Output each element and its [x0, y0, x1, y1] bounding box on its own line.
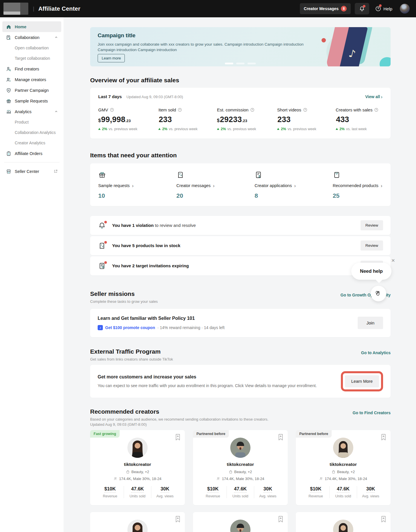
bookmark-add-icon[interactable]: [175, 434, 181, 441]
close-icon[interactable]: ×: [390, 257, 397, 264]
sidebar: Home Collaboration Open collaboartion Ta…: [0, 17, 64, 532]
creator-card[interactable]: [296, 512, 391, 532]
person-icon: [216, 477, 220, 481]
sidebar-item-open-collaboration[interactable]: Open collaboartion: [2, 43, 61, 53]
promote-coupon-link[interactable]: Get $100 promote coupon: [105, 325, 155, 330]
missions-header: Seller missions Complete these tasks to …: [90, 290, 391, 304]
creator-stats: $10KRevenue 47.6KUnits sold 30KAvg. view…: [96, 486, 179, 498]
stat-revenue: $10K: [310, 486, 321, 493]
invitation-alert-icon: [98, 262, 106, 270]
alert-dot: [104, 241, 107, 244]
creator-category: Beauty, +2: [199, 470, 281, 474]
sidebar-item-partner-campaign[interactable]: Partner Campaign: [2, 85, 61, 96]
creator-card[interactable]: [90, 512, 185, 532]
sidebar-item-home[interactable]: Home: [2, 21, 61, 32]
recommended-heading: Recommended creators: [90, 408, 268, 415]
find-creators-link[interactable]: Go to Find Creators: [353, 410, 391, 415]
carousel-dot-1[interactable]: [225, 63, 233, 64]
question-tooltip-icon[interactable]: [110, 108, 114, 112]
bookmark-add-icon[interactable]: [380, 516, 387, 523]
join-button[interactable]: Join: [358, 317, 383, 329]
creator-applications-count: 8: [255, 192, 333, 199]
creator-applications-link[interactable]: Creator applications›: [255, 183, 333, 188]
sidebar-item-analytics[interactable]: Analytics: [2, 106, 61, 117]
collaboration-icon: [6, 35, 11, 40]
bookmark-add-icon[interactable]: [380, 434, 387, 441]
low-stock-alert-row: You have 5 products low in stock Review: [90, 236, 391, 255]
banner-carousel: [225, 63, 256, 64]
bag-icon: [126, 470, 130, 474]
missions-heading: Seller missions: [90, 290, 158, 297]
learn-more-button[interactable]: Learn more: [98, 54, 125, 62]
campaign-banner[interactable]: ♪ Campaign title Join xxxx campaign and …: [90, 27, 391, 66]
sidebar-item-target-collaboration[interactable]: Target collaboration: [2, 53, 61, 64]
help-button[interactable]: Help: [373, 4, 394, 14]
sidebar-item-affiliate-orders[interactable]: Affiliate Orders: [2, 148, 61, 159]
review-button[interactable]: Review: [361, 220, 383, 230]
sidebar-item-sample-requests[interactable]: Sample Requests: [2, 96, 61, 106]
application-icon: [255, 171, 333, 179]
sidebar-item-label: Home: [15, 25, 26, 29]
find-creators-icon: [6, 66, 11, 72]
stat-revenue: $10K: [104, 486, 116, 493]
recommended-products-link[interactable]: Recommended products›: [333, 183, 382, 188]
sidebar-item-collaboration-analytics[interactable]: Collaboration Analytics: [2, 127, 61, 138]
question-tooltip-icon[interactable]: [250, 108, 255, 112]
violation-alert-row: You have 1 violation to review and resol…: [90, 216, 391, 235]
view-all-link[interactable]: View all›: [365, 94, 382, 99]
creator-name: tiktokcreator: [199, 462, 281, 467]
person-icon: [114, 477, 117, 481]
sample-requests-count: 10: [98, 192, 177, 199]
alerts-list: You have 1 violation to review and resol…: [90, 216, 391, 275]
creator-messages-link[interactable]: Creator messages›: [177, 183, 255, 188]
creator-card[interactable]: Fast growing tiktokcreator Beauty, +2 17…: [90, 430, 185, 505]
creator-name: tiktokcreator: [96, 462, 179, 467]
sidebar-item-seller-center[interactable]: Seller Center: [2, 166, 61, 177]
fast-growing-badge: Fast growing: [90, 430, 120, 438]
help-assistant-button[interactable]: [371, 286, 386, 301]
sidebar-item-find-creators[interactable]: Find creators: [2, 64, 61, 74]
sidebar-item-manage-creators[interactable]: Manage creators: [2, 74, 61, 85]
question-tooltip-icon[interactable]: [374, 108, 378, 112]
need-help-bubble[interactable]: Need help ×: [351, 263, 391, 280]
creator-category: Beauty, +2: [96, 470, 179, 474]
carousel-dot-3[interactable]: [248, 63, 256, 64]
creator-avatar: [230, 520, 250, 532]
stock-alert-icon: [98, 242, 106, 249]
partnered-before-badge: Partnered before: [296, 430, 332, 438]
sidebar-item-collaboration[interactable]: Collaboration: [2, 32, 61, 43]
gift-icon: [6, 98, 11, 104]
home-icon: [6, 24, 11, 29]
need-help-widget: Need help ×: [351, 263, 391, 280]
banner-art-dot: [322, 38, 326, 42]
affiliate-center-page: | Affiliate Center Creator Messages 8 He…: [0, 0, 416, 532]
carousel-dot-2[interactable]: [236, 63, 245, 64]
creator-audience: 174.4K, Male 30%, 18-24: [199, 477, 281, 481]
user-avatar[interactable]: [400, 4, 410, 14]
coupon-coin-icon: ♪: [98, 325, 103, 330]
up-arrow-icon: [277, 128, 279, 130]
learn-more-button[interactable]: Learn More: [345, 375, 379, 387]
creator-name: tiktokcreator: [302, 462, 384, 467]
creator-messages-button[interactable]: Creator Messages 8: [300, 3, 351, 14]
creator-card[interactable]: Partnered before tiktokcreator Beauty, +…: [193, 430, 288, 505]
recommended-updated: Updated Aug 9, 09:03 (GMT-8:00): [90, 422, 268, 427]
question-tooltip-icon[interactable]: [303, 108, 307, 112]
go-to-analytics-link[interactable]: Go to Analytics: [361, 350, 391, 355]
bookmark-add-icon[interactable]: [278, 434, 284, 441]
sample-requests-link[interactable]: Sample requests›: [98, 183, 177, 188]
mission-meta: ♪ Get $100 promote coupon · 14% reward r…: [98, 325, 224, 330]
mission-reward-meta: · 14% reward remaining · 14 days left: [157, 325, 225, 330]
creator-card[interactable]: Partnered before tiktokcreator Beauty, +…: [296, 430, 391, 505]
sidebar-item-creator-analytics[interactable]: Creator Analytics: [2, 138, 61, 148]
attention-card: Sample requests› 10 Creator messages› 20…: [90, 163, 391, 206]
bookmark-add-icon[interactable]: [278, 516, 284, 523]
question-tooltip-icon[interactable]: [178, 108, 182, 112]
sidebar-item-product[interactable]: Product: [2, 117, 61, 127]
bookmark-add-icon[interactable]: [175, 516, 181, 523]
missions-card: Learn and Get familiar with Seller Polic…: [90, 309, 391, 337]
creator-avatar: [127, 520, 148, 532]
creator-card[interactable]: [193, 512, 288, 532]
notifications-button[interactable]: [355, 3, 369, 14]
review-button[interactable]: Review: [361, 240, 383, 251]
